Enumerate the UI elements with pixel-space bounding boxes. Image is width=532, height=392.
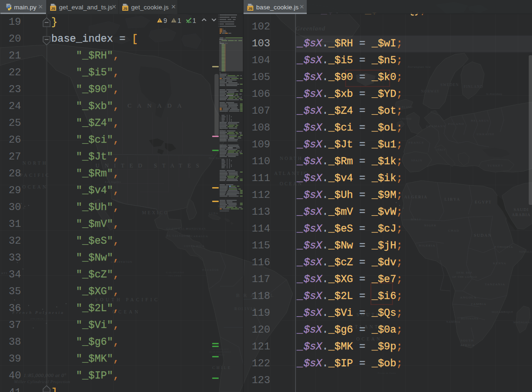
svg-text:ETHIOPIA: ETHIOPIA — [495, 245, 513, 249]
svg-text:MALI: MALI — [411, 218, 421, 221]
svg-text:ECUADOR: ECUADOR — [202, 269, 219, 271]
svg-text:NIGER: NIGER — [424, 224, 436, 227]
svg-text:FRANCE: FRANCE — [408, 141, 424, 145]
svg-text:SPAIN: SPAIN — [411, 159, 423, 162]
svg-text:BOTSWANA: BOTSWANA — [461, 317, 479, 320]
svg-text:ISLANDS: ISLANDS — [169, 275, 182, 277]
svg-text:OF THE CONGO: OF THE CONGO — [452, 275, 477, 278]
svg-text:MEXICO: MEXICO — [142, 210, 169, 215]
svg-text:SAUDI: SAUDI — [514, 207, 529, 212]
svg-text:ALGERIA: ALGERIA — [404, 195, 428, 199]
svg-text:EGYPT: EGYPT — [475, 200, 492, 204]
svg-text:SOMALIA: SOMALIA — [519, 250, 532, 253]
svg-text:DEM. REP.: DEM. REP. — [456, 271, 473, 274]
svg-text:UKRAINE: UKRAINE — [477, 132, 495, 136]
svg-text:HONDURAS: HONDURAS — [186, 227, 206, 230]
svg-text:TANZANIA: TANZANIA — [485, 283, 505, 286]
svg-text:FINLAND: FINLAND — [464, 85, 483, 89]
svg-text:NAMIBIA: NAMIBIA — [446, 320, 460, 323]
svg-text:COSTA RICA: COSTA RICA — [184, 245, 205, 247]
svg-text:NIGERIA: NIGERIA — [419, 244, 436, 247]
svg-text:ANGOLA: ANGOLA — [460, 296, 477, 299]
svg-text:GALAPAGOS: GALAPAGOS — [166, 271, 185, 274]
svg-text:GERMANY: GERMANY — [426, 124, 446, 128]
svg-text:JS: JS — [123, 7, 127, 11]
svg-text:KENYA: KENYA — [493, 261, 507, 265]
svg-text:ITALY: ITALY — [436, 148, 446, 151]
svg-text:LIBYA: LIBYA — [444, 197, 460, 202]
svg-text:GUATEMALA: GUATEMALA — [166, 227, 188, 230]
svg-text:POLAND: POLAND — [448, 122, 464, 126]
svg-text:TURKEY: TURKEY — [488, 164, 503, 167]
svg-text:JS: JS — [248, 7, 252, 11]
svg-text:MOZAMBIQUE: MOZAMBIQUE — [492, 311, 513, 313]
svg-text:SUDAN: SUDAN — [474, 233, 492, 238]
svg-text:SWEDEN: SWEDEN — [440, 83, 458, 87]
svg-text:CHAD: CHAD — [448, 229, 459, 232]
svg-text:NICARAGUA: NICARAGUA — [187, 235, 208, 238]
svg-text:JS: JS — [51, 7, 55, 11]
svg-text:ZAMBIA: ZAMBIA — [471, 302, 487, 306]
svg-text:ARABIA: ARABIA — [512, 212, 531, 217]
svg-text:BELARUS: BELARUS — [471, 119, 489, 123]
svg-text:CANADA: CANADA — [127, 102, 187, 109]
svg-text:AFRICA: AFRICA — [460, 343, 475, 347]
svg-text:MADAGASCAR: MADAGASCAR — [513, 321, 532, 324]
svg-text:SOUTH: SOUTH — [461, 339, 474, 342]
svg-text:Norwegian Sea: Norwegian Sea — [407, 65, 430, 69]
svg-text:St. Petersburg: St. Petersburg — [486, 93, 502, 95]
svg-text:NORWAY: NORWAY — [421, 89, 440, 94]
svg-text:Greenland: Greenland — [296, 25, 325, 32]
